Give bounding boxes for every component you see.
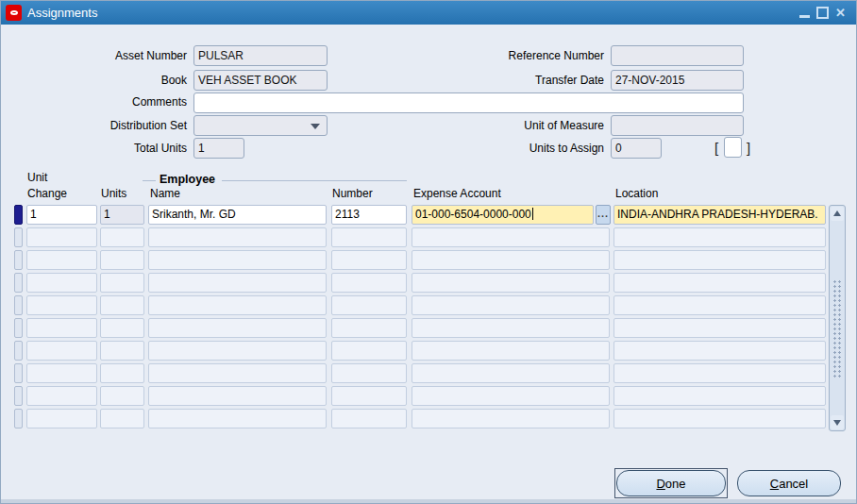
cell-units[interactable] <box>100 363 144 383</box>
cell-unit-change[interactable] <box>26 409 97 428</box>
cell-location[interactable]: INDIA-ANDHRA PRADESH-HYDERAB. <box>613 205 826 225</box>
cell-expense-account[interactable] <box>412 295 610 315</box>
record-selector[interactable] <box>14 205 23 225</box>
table-row <box>1 318 857 340</box>
cell-units[interactable] <box>100 318 144 338</box>
cell-name[interactable] <box>148 273 327 293</box>
bracket-box-field[interactable] <box>724 137 742 158</box>
cell-location[interactable] <box>613 363 826 383</box>
cell-units[interactable] <box>100 250 144 270</box>
cell-number[interactable] <box>331 273 407 293</box>
distribution-set-select[interactable] <box>193 115 328 136</box>
cell-location[interactable] <box>613 341 826 361</box>
cancel-button-label: Cancel <box>770 477 808 491</box>
reference-number-label: Reference Number <box>445 49 604 62</box>
scrollbar-thumb[interactable] <box>832 279 842 378</box>
cell-number[interactable] <box>331 363 407 383</box>
record-selector[interactable] <box>14 386 23 406</box>
cell-name[interactable] <box>148 318 327 338</box>
done-button[interactable]: Done <box>616 470 726 496</box>
cell-unit-change[interactable] <box>26 250 97 270</box>
record-selector[interactable] <box>14 318 23 338</box>
vertical-scrollbar[interactable] <box>829 205 846 431</box>
cell-expense-account[interactable] <box>412 318 610 338</box>
cell-expense-account[interactable] <box>412 227 610 247</box>
cell-units[interactable] <box>100 409 144 428</box>
table-row <box>1 273 857 294</box>
window-bottom-edge <box>1 499 856 503</box>
cell-expense-account[interactable] <box>412 409 610 428</box>
cell-number[interactable] <box>331 295 407 315</box>
minimize-icon[interactable] <box>798 7 811 19</box>
cell-number[interactable] <box>331 250 407 270</box>
cell-units[interactable] <box>100 386 144 406</box>
cell-location[interactable] <box>613 409 826 428</box>
cell-number[interactable] <box>331 318 407 338</box>
cell-number[interactable]: 2113 <box>331 205 407 225</box>
reference-number-field <box>611 45 744 66</box>
scroll-up-icon[interactable] <box>831 207 844 221</box>
cell-unit-change[interactable]: 1 <box>26 205 97 225</box>
cell-units[interactable] <box>100 341 144 361</box>
cell-number[interactable] <box>331 341 407 361</box>
cell-location[interactable] <box>613 273 826 293</box>
header-number: Number <box>332 187 373 200</box>
cancel-button[interactable]: Cancel <box>737 470 841 496</box>
cell-location[interactable] <box>613 318 826 338</box>
cell-name[interactable] <box>148 409 327 428</box>
book-field: VEH ASSET BOOK <box>193 70 328 91</box>
cell-unit-change[interactable] <box>26 273 97 293</box>
assignments-window: Assignments ✕ Asset Number Book Comments… <box>0 0 857 504</box>
cell-unit-change[interactable] <box>26 318 97 338</box>
record-selector[interactable] <box>14 295 23 315</box>
record-selector[interactable] <box>14 341 23 361</box>
cell-location[interactable] <box>613 250 826 270</box>
comments-field[interactable] <box>193 92 744 113</box>
header-employee-group: Employee <box>160 173 215 186</box>
cell-units[interactable] <box>100 273 144 293</box>
table-row: 11Srikanth, Mr. GD211301-000-6504-0000-0… <box>1 205 857 227</box>
cell-unit-change[interactable] <box>26 341 97 361</box>
cell-number[interactable] <box>331 386 407 406</box>
record-selector[interactable] <box>14 409 23 428</box>
cell-name[interactable] <box>148 250 327 270</box>
cell-units[interactable] <box>100 295 144 315</box>
cell-unit-change[interactable] <box>26 386 97 406</box>
cell-name[interactable]: Srikanth, Mr. GD <box>148 205 327 225</box>
cell-number[interactable] <box>331 409 407 428</box>
cell-expense-account[interactable] <box>412 250 610 270</box>
cell-units[interactable] <box>100 227 144 247</box>
cell-name[interactable] <box>148 363 327 383</box>
cell-expense-account[interactable] <box>412 386 610 406</box>
cell-expense-account[interactable]: 01-000-6504-0000-000 <box>412 205 594 225</box>
cell-location[interactable] <box>613 386 826 406</box>
cell-expense-account[interactable] <box>412 363 610 383</box>
cell-name[interactable] <box>148 227 327 247</box>
chevron-down-icon <box>311 124 320 129</box>
maximize-icon[interactable] <box>816 7 829 19</box>
cell-units[interactable]: 1 <box>100 205 144 225</box>
cell-name[interactable] <box>148 295 327 315</box>
record-selector[interactable] <box>14 363 23 383</box>
cell-unit-change[interactable] <box>26 295 97 315</box>
cell-location[interactable] <box>613 227 826 247</box>
cell-name[interactable] <box>148 341 327 361</box>
record-selector[interactable] <box>14 273 23 293</box>
total-units-field: 1 <box>193 138 244 159</box>
cell-unit-change[interactable] <box>26 227 97 247</box>
bracket-open: [ <box>714 140 718 156</box>
cell-expense-account[interactable] <box>412 273 610 293</box>
cell-name[interactable] <box>148 386 327 406</box>
lov-ellipsis-button[interactable]: ... <box>596 205 611 225</box>
cell-expense-account[interactable] <box>412 341 610 361</box>
record-selector[interactable] <box>14 227 23 247</box>
cell-number[interactable] <box>331 227 407 247</box>
close-icon[interactable]: ✕ <box>834 7 847 19</box>
cell-unit-change[interactable] <box>26 363 97 383</box>
table-row <box>1 363 857 385</box>
cell-location[interactable] <box>613 295 826 315</box>
text-cursor <box>532 208 533 220</box>
scroll-down-icon[interactable] <box>831 415 844 429</box>
units-to-assign-label: Units to Assign <box>445 142 604 155</box>
record-selector[interactable] <box>14 250 23 270</box>
